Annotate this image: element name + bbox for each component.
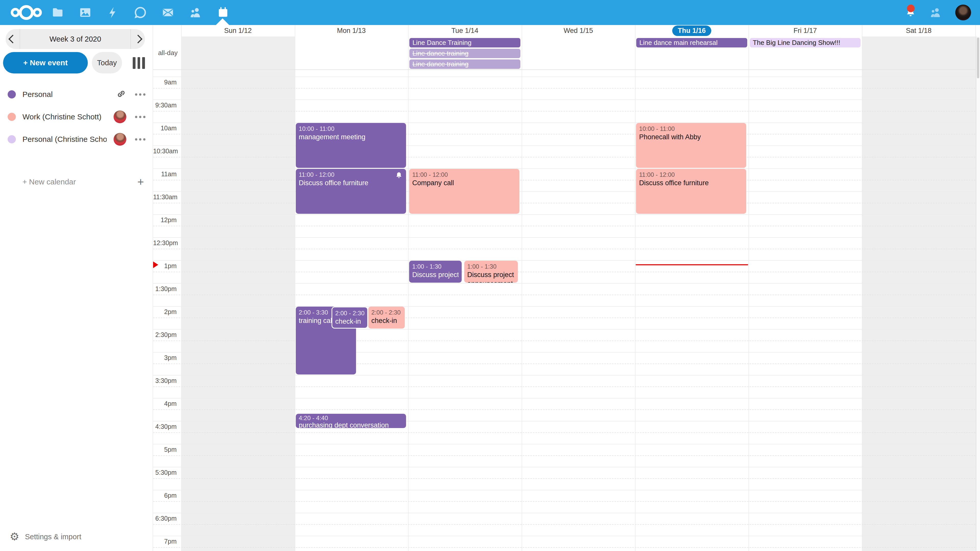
previous-week-button[interactable] <box>6 29 20 49</box>
view-mode-icon[interactable] <box>133 57 145 69</box>
grid-line-quarter-hour <box>153 501 975 502</box>
calendar-color-dot <box>8 113 16 121</box>
current-time-line <box>636 264 748 265</box>
all-day-event[interactable]: Line Dance Training <box>409 38 520 48</box>
event-time: 10:00 - 11:00 <box>639 125 743 133</box>
grid-line-quarter-hour <box>153 249 975 249</box>
event-title: Company call <box>412 179 516 187</box>
contacts-icon[interactable] <box>182 0 209 25</box>
all-day-event[interactable]: The Big Line Dancing Show!!! <box>750 38 861 48</box>
day-header: Wed 1/15 <box>522 25 635 37</box>
time-label: 12:30pm <box>153 239 177 247</box>
notification-dot <box>907 5 915 12</box>
files-icon[interactable] <box>44 0 72 25</box>
event-title: check-in <box>371 316 402 325</box>
grid-line-quarter-hour <box>153 180 975 180</box>
time-label: 10:30am <box>153 148 177 155</box>
settings-import-button[interactable]: ⚙ Settings & import <box>0 529 153 545</box>
nextcloud-logo-icon[interactable] <box>9 0 45 25</box>
day-header: Tue 1/14 <box>408 25 522 37</box>
event-time: 10:00 - 11:00 <box>299 125 403 133</box>
time-label: 12pm <box>153 216 177 224</box>
event-time: 11:00 - 12:00 <box>639 171 743 179</box>
event-title: purchasing dept conversation <box>299 421 403 428</box>
more-actions-icon[interactable] <box>134 113 146 121</box>
sidebar: Week 3 of 2020 + New event Today Persona… <box>0 25 153 551</box>
event-title: check-in <box>335 317 364 326</box>
share-link-icon[interactable] <box>116 89 126 100</box>
day-header-label: Sat 1/18 <box>906 27 932 35</box>
calendar-list-item[interactable]: Personal (Christine Scho… <box>0 128 153 151</box>
event-card[interactable]: 10:00 - 11:00Phonecall with Abby <box>636 123 746 168</box>
event-card[interactable]: 10:00 - 11:00management meeting <box>296 123 406 168</box>
event-card[interactable]: 1:00 - 1:30Discuss project announcement <box>409 261 461 283</box>
event-card[interactable]: 11:00 - 12:00Discuss office furniture <box>636 169 746 214</box>
notifications-bell-icon[interactable] <box>900 0 921 25</box>
time-label: 3pm <box>153 354 177 362</box>
grid-line-half-hour <box>153 191 975 192</box>
weekend-shade <box>862 37 975 551</box>
mail-icon[interactable] <box>154 0 182 25</box>
next-week-button[interactable] <box>131 29 145 49</box>
grid-line-quarter-hour <box>153 386 975 387</box>
time-label: 4pm <box>153 400 177 407</box>
nextcloud-calendar-screen: Week 3 of 2020 + New event Today Persona… <box>0 0 980 551</box>
calendar-list-item[interactable]: Personal <box>0 83 153 106</box>
event-title: Discuss project announcement <box>467 270 515 283</box>
scrollbar[interactable] <box>976 37 980 551</box>
event-card[interactable]: 2:00 - 2:30check-in <box>331 306 368 329</box>
grid-line-quarter-hour <box>153 295 975 295</box>
shared-by-avatar <box>114 110 126 123</box>
calendar-name: Work (Christine Schott) <box>22 113 102 121</box>
grid-line-half-hour <box>153 467 975 467</box>
event-card[interactable]: 11:00 - 12:00Discuss office furniture <box>296 169 406 214</box>
grid-line-quarter-hour <box>153 111 975 111</box>
grid-line-half-hour <box>153 352 975 353</box>
today-button[interactable]: Today <box>92 52 122 73</box>
day-header-label: Sun 1/12 <box>224 27 251 35</box>
all-day-event[interactable]: Line dance main rehearsal <box>636 38 747 48</box>
contacts-menu-icon[interactable] <box>925 0 946 25</box>
plus-icon: + <box>137 176 144 188</box>
grid-line-half-hour <box>153 260 975 261</box>
calendar-color-dot <box>8 135 16 143</box>
time-label: 11am <box>153 170 177 178</box>
calendar-list-item[interactable]: Work (Christine Schott) <box>0 106 153 128</box>
event-time: 1:00 - 1:30 <box>467 262 515 270</box>
new-event-button[interactable]: + New event <box>3 52 88 73</box>
photos-icon[interactable] <box>72 0 99 25</box>
new-calendar-button[interactable]: + New calendar + <box>0 173 153 191</box>
active-app-indicator <box>216 18 229 25</box>
all-day-event[interactable]: Line dance training <box>409 59 520 69</box>
grid-line-quarter-hour <box>153 157 975 157</box>
column-border <box>635 25 635 551</box>
event-time: 4:20 - 4:40 <box>299 414 403 421</box>
grid-line-half-hour <box>153 536 975 536</box>
time-label: 10am <box>153 124 177 132</box>
event-card[interactable]: 4:20 - 4:40purchasing dept conversation <box>296 414 406 428</box>
calendar-actions <box>116 89 146 100</box>
grid-line-half-hour <box>153 214 975 215</box>
event-card[interactable]: 2:00 - 2:30check-in <box>368 306 405 329</box>
talk-icon[interactable] <box>127 0 154 25</box>
event-time: 2:00 - 2:30 <box>335 309 364 317</box>
all-day-event[interactable]: Line dance training <box>409 49 520 58</box>
more-actions-icon[interactable] <box>134 91 146 98</box>
grid-line-quarter-hour <box>153 432 975 433</box>
weekend-shade <box>181 37 295 551</box>
scrollbar-thumb[interactable] <box>977 38 979 78</box>
time-label: 4:30pm <box>153 423 177 430</box>
event-card[interactable]: 1:00 - 1:30Discuss project announcement <box>464 261 518 283</box>
calendar-name: Personal <box>22 90 52 99</box>
activity-icon[interactable] <box>99 0 127 25</box>
more-actions-icon[interactable] <box>134 136 146 143</box>
column-border <box>749 25 749 551</box>
event-card[interactable]: 11:00 - 12:00Company call <box>409 169 519 214</box>
current-time-arrow-icon <box>153 262 158 268</box>
grid-line-quarter-hour <box>153 547 975 548</box>
time-label: 5:30pm <box>153 469 177 476</box>
user-avatar[interactable] <box>953 0 973 25</box>
week-label[interactable]: Week 3 of 2020 <box>20 35 130 43</box>
avatar-photo <box>955 5 971 21</box>
time-label: 1:30pm <box>153 285 177 292</box>
